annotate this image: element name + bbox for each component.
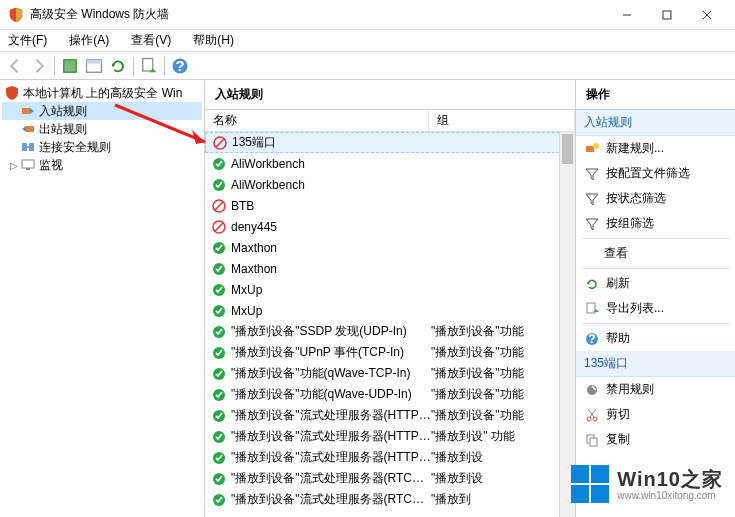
action-filter-state[interactable]: 按状态筛选 — [576, 186, 735, 211]
rule-name: Maxthon — [231, 241, 431, 255]
allow-icon — [211, 471, 227, 487]
allow-icon — [211, 282, 227, 298]
close-button[interactable] — [687, 4, 727, 26]
rule-name: "播放到设备"UPnP 事件(TCP-In) — [231, 344, 431, 361]
watermark-url: www.win10xitong.com — [617, 490, 723, 501]
new-button[interactable] — [59, 55, 81, 77]
rules-list-pane: 入站规则 名称 组 135端口AliWorkbenchAliWorkbenchB… — [205, 80, 576, 517]
rules-list-body[interactable]: 135端口AliWorkbenchAliWorkbenchBTBdeny445M… — [205, 132, 575, 517]
rule-name: MxUp — [231, 304, 431, 318]
filter-icon — [584, 216, 600, 232]
rule-row[interactable]: deny445 — [205, 216, 575, 237]
block-icon — [211, 219, 227, 235]
rule-row[interactable]: Maxthon — [205, 237, 575, 258]
allow-icon — [211, 408, 227, 424]
column-name[interactable]: 名称 — [205, 110, 429, 131]
tree-outbound-rules[interactable]: 出站规则 — [2, 120, 202, 138]
rule-row[interactable]: "播放到设备"功能(qWave-TCP-In)"播放到设备"功能 — [205, 363, 575, 384]
nav-forward-button — [28, 55, 50, 77]
action-cut-label: 剪切 — [606, 406, 630, 423]
column-group[interactable]: 组 — [429, 110, 575, 131]
rule-row[interactable]: "播放到设备"功能(qWave-UDP-In)"播放到设备"功能 — [205, 384, 575, 405]
menu-action[interactable]: 操作(A) — [65, 30, 113, 51]
rule-row[interactable]: Maxthon — [205, 258, 575, 279]
menu-help[interactable]: 帮助(H) — [189, 30, 238, 51]
rule-row[interactable]: BTB — [205, 195, 575, 216]
allow-icon — [211, 240, 227, 256]
rule-name: "播放到设备"流式处理服务器(RTCP-Stre... — [231, 470, 431, 487]
rule-row[interactable]: 135端口 — [205, 132, 575, 153]
properties-button[interactable] — [83, 55, 105, 77]
rule-row[interactable]: "播放到设备"UPnP 事件(TCP-In)"播放到设备"功能 — [205, 342, 575, 363]
rule-row[interactable]: "播放到设备"SSDP 发现(UDP-In)"播放到设备"功能 — [205, 321, 575, 342]
refresh-button[interactable] — [107, 55, 129, 77]
action-new-rule[interactable]: 新建规则... — [576, 136, 735, 161]
svg-rect-1 — [663, 11, 671, 19]
action-disable-rule[interactable]: 禁用规则 — [576, 377, 735, 402]
action-export-label: 导出列表... — [606, 300, 664, 317]
toolbar-separator — [133, 57, 134, 75]
svg-rect-10 — [22, 108, 30, 114]
action-view-label: 查看 — [604, 245, 628, 262]
allow-icon — [211, 261, 227, 277]
main-content: 本地计算机 上的高级安全 Win 入站规则 出站规则 连接安全规则 ▷ 监视 入… — [0, 80, 735, 517]
action-copy[interactable]: 复制 — [576, 427, 735, 452]
rule-row[interactable]: "播放到设备"流式处理服务器(RTCP-Stre..."播放到 — [205, 489, 575, 510]
rule-name: MxUp — [231, 283, 431, 297]
watermark: Win10之家 www.win10xitong.com — [571, 465, 723, 503]
action-filter-profile[interactable]: 按配置文件筛选 — [576, 161, 735, 186]
tree-pane[interactable]: 本地计算机 上的高级安全 Win 入站规则 出站规则 连接安全规则 ▷ 监视 — [0, 80, 205, 517]
menu-file[interactable]: 文件(F) — [4, 30, 51, 51]
rule-group: "播放到设备"功能 — [431, 323, 575, 340]
tree-monitor[interactable]: ▷ 监视 — [2, 156, 202, 174]
rule-group: "播放到 — [431, 491, 575, 508]
action-refresh-label: 刷新 — [606, 275, 630, 292]
rule-group: "播放到设 — [431, 470, 575, 487]
action-view[interactable]: 查看 — [576, 241, 735, 266]
tree-root[interactable]: 本地计算机 上的高级安全 Win — [2, 84, 202, 102]
svg-line-24 — [215, 223, 223, 231]
svg-text:?: ? — [175, 57, 184, 74]
action-filter-state-label: 按状态筛选 — [606, 190, 666, 207]
toolbar-separator — [164, 57, 165, 75]
rule-row[interactable]: "播放到设备"流式处理服务器(HTTP-Stre..."播放到设" 功能 — [205, 426, 575, 447]
rule-row[interactable]: MxUp — [205, 279, 575, 300]
rule-row[interactable]: "播放到设备"流式处理服务器(HTTP-Stre..."播放到设 — [205, 447, 575, 468]
action-export[interactable]: 导出列表... — [576, 296, 735, 321]
tree-inbound-rules[interactable]: 入站规则 — [2, 102, 202, 120]
minimize-button[interactable] — [607, 4, 647, 26]
action-filter-group[interactable]: 按组筛选 — [576, 211, 735, 236]
export-button[interactable] — [138, 55, 160, 77]
svg-rect-15 — [22, 160, 34, 168]
svg-point-44 — [587, 417, 591, 421]
action-cut[interactable]: 剪切 — [576, 402, 735, 427]
help-button[interactable]: ? — [169, 55, 191, 77]
rule-row[interactable]: "播放到设备"流式处理服务器(RTCP-Stre..."播放到设 — [205, 468, 575, 489]
expand-icon[interactable]: ▷ — [8, 160, 20, 171]
rule-row[interactable]: AliWorkbench — [205, 174, 575, 195]
svg-rect-38 — [586, 146, 594, 152]
action-help[interactable]: ? 帮助 — [576, 326, 735, 351]
action-refresh[interactable]: 刷新 — [576, 271, 735, 296]
outbound-icon — [20, 121, 36, 137]
rule-group: "播放到设" 功能 — [431, 428, 575, 445]
rule-group: "播放到设备"功能 — [431, 344, 575, 361]
svg-rect-7 — [143, 58, 153, 71]
watermark-title: Win10之家 — [617, 468, 723, 490]
svg-line-18 — [216, 139, 224, 147]
watermark-logo-icon — [571, 465, 609, 503]
scrollbar-thumb[interactable] — [562, 134, 573, 164]
tree-connection-security[interactable]: 连接安全规则 — [2, 138, 202, 156]
action-header: 操作 — [576, 80, 735, 110]
maximize-button[interactable] — [647, 4, 687, 26]
action-help-label: 帮助 — [606, 330, 630, 347]
svg-rect-4 — [64, 59, 77, 72]
vertical-scrollbar[interactable] — [559, 132, 575, 517]
rule-name: AliWorkbench — [231, 178, 431, 192]
action-filter-group-label: 按组筛选 — [606, 215, 654, 232]
refresh-icon — [584, 276, 600, 292]
menu-view[interactable]: 查看(V) — [127, 30, 175, 51]
rule-row[interactable]: MxUp — [205, 300, 575, 321]
rule-row[interactable]: AliWorkbench — [205, 153, 575, 174]
rule-row[interactable]: "播放到设备"流式处理服务器(HTTP-Stre..."播放到设备"功能 — [205, 405, 575, 426]
